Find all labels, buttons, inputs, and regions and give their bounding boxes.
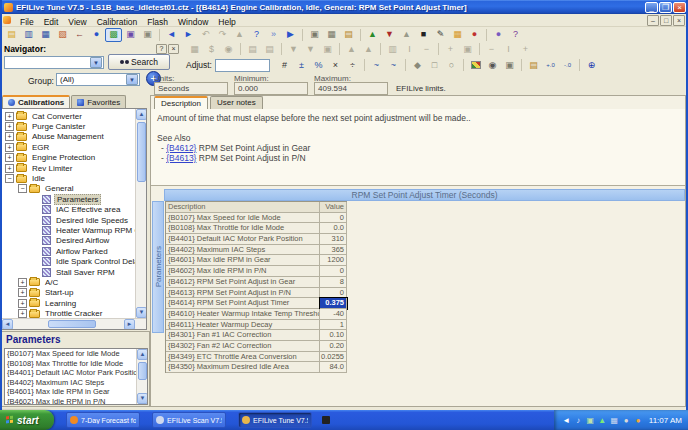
tree-item-label[interactable]: EGR: [30, 143, 51, 152]
save-all-button[interactable]: ▦: [37, 28, 54, 42]
tree-item[interactable]: Stall Saver RPM: [2, 267, 146, 277]
cell-description[interactable]: {B4301} Fan #1 IAC Correction: [166, 330, 320, 341]
search-button[interactable]: Search: [108, 54, 170, 70]
tree-expand-toggle[interactable]: +: [5, 112, 14, 121]
parameters-side-tab[interactable]: Parameters: [152, 201, 164, 333]
menu-help[interactable]: Help: [213, 17, 240, 27]
list-item[interactable]: {B4402} Maximum IAC Steps: [5, 378, 147, 388]
edit-pen-button[interactable]: ✎: [432, 28, 449, 42]
tree-expand-toggle[interactable]: +: [18, 288, 27, 297]
tree-item-label[interactable]: A/C: [43, 278, 60, 287]
adjust-input[interactable]: [215, 59, 270, 72]
tree-item-label[interactable]: Desired Idle Speeds: [54, 216, 130, 225]
divide-button[interactable]: ÷: [344, 58, 361, 72]
multiply-button[interactable]: ×: [327, 58, 344, 72]
tree-vertical-scrollbar[interactable]: ▲ ▼: [135, 109, 147, 318]
cell-value[interactable]: 1: [320, 320, 347, 331]
search-next-button[interactable]: »: [265, 28, 282, 42]
cell-description[interactable]: {B4612} RPM Set Point Adjust in Gear: [166, 277, 320, 288]
flash-read-button[interactable]: ▲: [364, 28, 381, 42]
about-button[interactable]: ?: [507, 28, 524, 42]
cell-description[interactable]: {B4601} Max Idle RPM in Gear: [166, 255, 320, 266]
cell-value[interactable]: 0: [320, 266, 347, 277]
tree-item-label[interactable]: Stall Saver RPM: [54, 268, 117, 277]
tree-expand-toggle[interactable]: −: [18, 184, 27, 193]
taskbar-task[interactable]: EFILive Scan V7.5 (Lo...: [152, 412, 226, 428]
select-all-button[interactable]: ○: [443, 58, 460, 72]
tree-item[interactable]: +Abuse Management: [2, 132, 146, 142]
tree-item-label[interactable]: Parameters: [54, 194, 101, 205]
copy-with-labels-button[interactable]: ▦: [323, 28, 340, 42]
lock-cell-button[interactable]: ▣: [501, 58, 518, 72]
tree-item[interactable]: Idle Spark Control Delay: [2, 256, 146, 266]
tray-hide-icon[interactable]: ◄: [562, 416, 571, 425]
cell-description[interactable]: {B4602} Max Idle RPM in P/N: [166, 266, 320, 277]
tree-item[interactable]: Airflow Parked: [2, 246, 146, 256]
cell-value[interactable]: 0.20: [320, 341, 347, 352]
tree-expand-toggle[interactable]: −: [5, 174, 14, 183]
cell-value[interactable]: 0: [320, 288, 347, 299]
tree-item[interactable]: −General: [2, 184, 146, 194]
search-calibrations-button[interactable]: ?: [248, 28, 265, 42]
navigator-help-button[interactable]: ?: [156, 44, 167, 54]
tree-item-label[interactable]: Learning: [43, 299, 78, 308]
tree-item-label[interactable]: Idle Spark Control Delay: [54, 257, 145, 266]
tree-expand-toggle[interactable]: +: [5, 143, 14, 152]
go-button[interactable]: ▶: [282, 28, 299, 42]
tab-user-notes[interactable]: User notes: [210, 96, 263, 109]
save-file-button[interactable]: ▥: [20, 28, 37, 42]
tray-browser-icon[interactable]: ●: [634, 416, 643, 425]
tree-item-label[interactable]: Start-up: [43, 288, 75, 297]
more-decimals-button[interactable]: +.0: [542, 58, 559, 72]
group-combo[interactable]: (All) ▼: [56, 73, 140, 86]
tree-item-label[interactable]: General: [43, 184, 75, 193]
tab-calibrations[interactable]: Calibrations: [2, 95, 70, 108]
dtc-button[interactable]: ●: [466, 28, 483, 42]
mdi-restore-button[interactable]: □: [660, 15, 672, 26]
list-item[interactable]: {B4601} Max Idle RPM in Gear: [5, 387, 147, 397]
taskbar-app-icon[interactable]: [322, 416, 330, 424]
tree-expand-toggle[interactable]: +: [5, 164, 14, 173]
open-file-button[interactable]: ▤: [3, 28, 20, 42]
close-calibration-button[interactable]: ▧: [54, 28, 71, 42]
tree-item[interactable]: Heater Warmup RPM Offs: [2, 225, 146, 235]
tree-item[interactable]: +Rev Limiter: [2, 163, 146, 173]
menu-window[interactable]: Window: [173, 17, 213, 27]
trace-button[interactable]: ◉: [484, 58, 501, 72]
calibration-link[interactable]: {B4612}: [166, 143, 196, 153]
tree-item[interactable]: +EGR: [2, 142, 146, 152]
mdi-minimize-button[interactable]: –: [647, 15, 659, 26]
tree-item[interactable]: +Start-up: [2, 288, 146, 298]
cell-value[interactable]: 0.0: [320, 223, 347, 234]
flash-program-button[interactable]: ▲: [398, 28, 415, 42]
point-button[interactable]: ◆: [409, 58, 426, 72]
tree-item-label[interactable]: Abuse Management: [30, 132, 106, 141]
tray-audio-icon[interactable]: ♪: [574, 416, 583, 425]
smooth-row-button[interactable]: ~: [368, 58, 385, 72]
minimize-button[interactable]: _: [645, 2, 658, 13]
tree-expand-toggle[interactable]: +: [18, 309, 27, 318]
cell-description[interactable]: {B4610} Heater Warmup Intake Temp Thresh…: [166, 309, 320, 320]
scan-tool-link-button[interactable]: ▣: [122, 28, 139, 42]
cell-description[interactable]: {B4350} Maximum Desired Idle Area: [166, 362, 320, 373]
cell-description[interactable]: {B4613} RPM Set Point Adjust in P/N: [166, 288, 320, 299]
calibration-link[interactable]: {B4613}: [166, 153, 196, 163]
chevron-down-icon[interactable]: ▼: [126, 74, 138, 85]
cell-description[interactable]: {B4614} RPM Set Point Adjust Timer: [166, 298, 320, 309]
nav-forward-button[interactable]: ►: [180, 28, 197, 42]
menu-flash[interactable]: Flash: [142, 17, 173, 27]
tree-item-label[interactable]: Cat Converter: [30, 112, 84, 121]
tree-item-label[interactable]: Heater Warmup RPM Offs: [54, 226, 147, 235]
chevron-down-icon[interactable]: ▼: [90, 57, 102, 68]
tree-item-label[interactable]: Airflow Parked: [54, 247, 110, 256]
tree-item[interactable]: Parameters: [2, 194, 146, 204]
tray-mouse-icon[interactable]: ●: [622, 416, 631, 425]
calibration-details-button[interactable]: ▣: [139, 28, 156, 42]
paste-button[interactable]: ▤: [340, 28, 357, 42]
start-button[interactable]: start: [0, 410, 54, 430]
tree-item[interactable]: +Cat Converter: [2, 111, 146, 121]
copy-button[interactable]: ▣: [306, 28, 323, 42]
cell-value[interactable]: 8: [320, 277, 347, 288]
black-box-log-button[interactable]: ■: [415, 28, 432, 42]
tree-item-label[interactable]: Purge Canister: [30, 122, 87, 131]
